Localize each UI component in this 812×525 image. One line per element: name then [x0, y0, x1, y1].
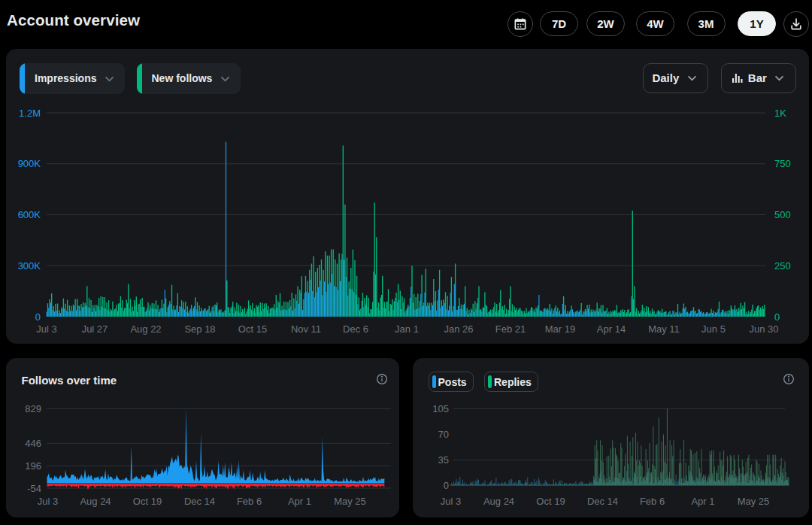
svg-text:250: 250	[774, 260, 791, 272]
svg-text:900K: 900K	[18, 158, 41, 169]
svg-text:Oct 19: Oct 19	[536, 496, 565, 507]
svg-text:829: 829	[25, 403, 41, 414]
svg-text:300K: 300K	[18, 260, 41, 272]
svg-text:196: 196	[25, 460, 41, 472]
svg-text:-54: -54	[27, 483, 41, 494]
svg-text:Dec 14: Dec 14	[587, 496, 618, 507]
svg-text:Oct 15: Oct 15	[238, 323, 267, 335]
svg-text:Sep 18: Sep 18	[184, 323, 215, 335]
svg-text:Apr 14: Apr 14	[597, 323, 626, 335]
svg-text:Jul 3: Jul 3	[441, 496, 461, 507]
svg-text:446: 446	[25, 438, 41, 449]
svg-text:750: 750	[774, 158, 791, 169]
svg-text:May 25: May 25	[334, 496, 366, 507]
svg-text:0: 0	[35, 311, 41, 323]
svg-text:Aug 24: Aug 24	[80, 496, 111, 507]
svg-text:May 11: May 11	[648, 323, 680, 335]
svg-text:Jun 5: Jun 5	[701, 323, 726, 335]
svg-text:1.2M: 1.2M	[19, 108, 41, 119]
svg-text:500: 500	[774, 209, 791, 220]
svg-text:May 25: May 25	[738, 496, 770, 507]
svg-text:70: 70	[438, 429, 449, 440]
svg-text:Jul 3: Jul 3	[38, 496, 58, 507]
svg-text:Oct 19: Oct 19	[133, 496, 162, 507]
svg-text:35: 35	[438, 454, 449, 466]
svg-text:Jul 27: Jul 27	[82, 323, 108, 335]
svg-text:Aug 24: Aug 24	[483, 496, 514, 507]
svg-text:Mar 19: Mar 19	[545, 323, 575, 335]
svg-text:Feb 21: Feb 21	[495, 323, 526, 335]
svg-text:Jul 3: Jul 3	[36, 323, 56, 335]
svg-text:Apr 1: Apr 1	[288, 496, 311, 507]
svg-text:Jan 1: Jan 1	[395, 323, 419, 335]
svg-text:Nov 11: Nov 11	[291, 323, 321, 335]
svg-text:600K: 600K	[18, 209, 41, 220]
svg-text:Feb 6: Feb 6	[640, 496, 665, 507]
svg-text:0: 0	[774, 311, 780, 323]
svg-text:0: 0	[444, 480, 449, 491]
svg-text:1K: 1K	[774, 108, 786, 119]
svg-text:Dec 6: Dec 6	[343, 323, 368, 335]
svg-text:Apr 1: Apr 1	[691, 496, 714, 507]
svg-text:Aug 22: Aug 22	[130, 323, 161, 335]
svg-text:Feb 6: Feb 6	[237, 496, 262, 507]
svg-text:Jan 26: Jan 26	[444, 323, 473, 335]
svg-text:105: 105	[432, 403, 449, 414]
svg-text:Dec 14: Dec 14	[184, 496, 215, 507]
svg-text:Jun 30: Jun 30	[749, 323, 778, 335]
